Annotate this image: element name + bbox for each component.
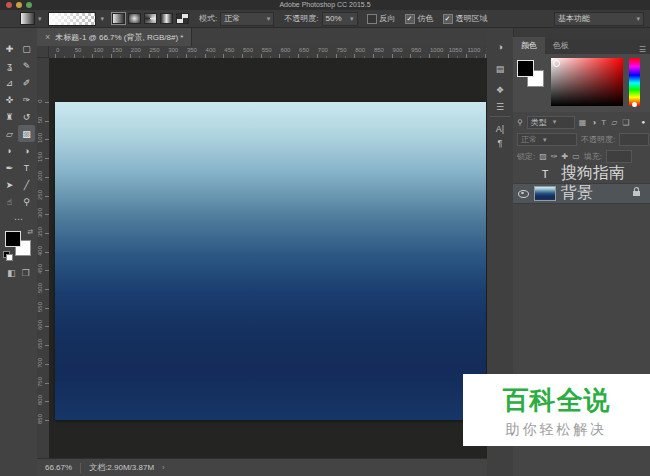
screen-mode-icon[interactable]: ❐	[22, 268, 30, 278]
gradient-tool[interactable]: ▨	[18, 125, 35, 142]
edit-toolbar-icon[interactable]: ⋯	[0, 214, 37, 224]
lock-artboard-icon[interactable]: ▭	[572, 152, 580, 161]
adjustments-icon[interactable]: ◑	[487, 42, 513, 52]
workspace-value: 基本功能	[558, 13, 590, 24]
pen-tool[interactable]: ✒	[1, 159, 18, 176]
layer-row[interactable]: 背景	[513, 184, 650, 204]
visibility-toggle[interactable]	[517, 168, 529, 180]
document-tab[interactable]: × 未标题-1 @ 66.7% (背景, RGB/8#) *	[37, 28, 192, 46]
ruler-label: 150	[37, 149, 43, 165]
ruler-label: 700	[318, 47, 328, 53]
canvas[interactable]	[55, 102, 486, 420]
reflected-gradient-button[interactable]	[160, 13, 173, 24]
color-panel-menu-icon[interactable]: ☰	[639, 45, 646, 54]
layer-row[interactable]: T搜狗指南	[513, 164, 650, 184]
layer-fill-field[interactable]	[606, 150, 632, 163]
eraser-tool[interactable]: ▱	[1, 125, 18, 142]
path-selection-tool[interactable]: ➤	[1, 176, 18, 193]
dither-checkbox-box[interactable]: ✓	[405, 14, 415, 24]
layer-thumbnail[interactable]	[534, 186, 556, 201]
layer-opacity-field[interactable]	[619, 133, 649, 146]
zoom-level-field[interactable]: 66.67%	[45, 463, 72, 472]
lock-icon	[633, 191, 640, 196]
angle-gradient-button[interactable]	[144, 13, 157, 24]
move-tool[interactable]: ✚	[1, 40, 18, 57]
filter-pixel-layers-icon[interactable]: ▦	[579, 118, 587, 127]
window-title: Adobe Photoshop CC 2015.5	[0, 1, 650, 8]
ruler-label: 950	[411, 47, 421, 53]
quick-selection-tool[interactable]: ✎	[18, 57, 35, 74]
brush-tool[interactable]: ✑	[18, 91, 35, 108]
libraries-icon[interactable]: ▤	[487, 64, 513, 74]
character-icon[interactable]: A|	[487, 124, 513, 134]
blur-tool[interactable]: ◗	[1, 142, 18, 159]
status-chevron-icon[interactable]: ›	[162, 463, 165, 472]
lock-transparent-pixels-icon[interactable]: ▨	[539, 152, 547, 161]
filter-kind-value: 类型	[531, 117, 547, 128]
visibility-toggle[interactable]	[517, 188, 529, 200]
info-icon[interactable]: ☰	[487, 102, 513, 112]
gradient-picker-chevron-icon[interactable]: ▾	[101, 15, 105, 23]
history-brush-tool[interactable]: ↺	[18, 108, 35, 125]
crop-tool[interactable]: ⊿	[1, 74, 18, 91]
reverse-checkbox-box[interactable]	[367, 14, 377, 24]
quick-mask-icon[interactable]: ◧	[7, 268, 16, 278]
swap-colors-icon[interactable]: ⇄	[27, 228, 33, 236]
transparency-checkbox-box[interactable]: ✓	[443, 14, 453, 24]
opacity-select[interactable]: 50% ▾	[322, 12, 358, 26]
zoom-tool[interactable]: ⚲	[18, 193, 35, 210]
layer-blend-mode-select[interactable]: 正常 ▾	[517, 133, 577, 146]
lock-position-icon[interactable]: ✚	[562, 152, 569, 161]
filter-adjustment-layers-icon[interactable]: ◑	[591, 118, 596, 127]
hand-tool[interactable]: ☝	[1, 193, 18, 210]
chevron-down-icon: ▾	[267, 15, 271, 23]
color-field[interactable]	[551, 58, 623, 106]
close-tab-icon[interactable]: ×	[45, 32, 50, 42]
rectangular-marquee-tool[interactable]: ▢	[18, 40, 35, 57]
eyedropper-tool[interactable]: ✐	[18, 74, 35, 91]
tool-preset-picker[interactable]: ▾	[20, 12, 42, 25]
filter-smart-objects-icon[interactable]: ❏	[622, 118, 629, 127]
ruler-label: 0	[37, 93, 43, 109]
reverse-checkbox[interactable]: 反向	[367, 13, 396, 24]
filter-type-layers-icon[interactable]: T	[601, 118, 606, 127]
layers-list: T搜狗指南背景	[513, 164, 650, 204]
lasso-tool[interactable]: ʓ	[1, 57, 18, 74]
clone-stamp-tool[interactable]: ♜	[1, 108, 18, 125]
tab-color[interactable]: 颜色	[513, 37, 545, 54]
photoshop-window: Adobe Photoshop CC 2015.5 ▾ ▾ 模式: 正常 ▾ 不…	[0, 0, 650, 476]
gradient-type-buttons	[112, 13, 189, 24]
styles-icon[interactable]: ❖	[487, 85, 513, 95]
ruler-label: 900	[393, 47, 403, 53]
filter-kind-select[interactable]: 类型 ▾	[527, 116, 575, 129]
tab-swatches[interactable]: 色板	[545, 37, 577, 54]
color-swatches: ⇄	[3, 228, 33, 260]
line-tool[interactable]: ╱	[18, 176, 35, 193]
default-colors-icon[interactable]	[3, 251, 11, 259]
blend-mode-select[interactable]: 正常 ▾	[220, 12, 274, 26]
type-tool[interactable]: T	[18, 159, 35, 176]
linear-gradient-button[interactable]	[112, 13, 125, 24]
ruler-label: 100	[93, 47, 103, 53]
paragraph-icon[interactable]: ¶	[487, 138, 513, 148]
ruler-label: 1000	[430, 47, 443, 53]
radial-gradient-button[interactable]	[128, 13, 141, 24]
diamond-gradient-button[interactable]	[176, 13, 189, 24]
filter-toggle-icon[interactable]: ●	[641, 119, 645, 125]
layer-opacity-label: 不透明度:	[581, 134, 615, 145]
color-field-marker[interactable]	[553, 60, 560, 67]
ruler-label: 800	[37, 392, 43, 408]
workspace-select[interactable]: 基本功能 ▾	[554, 12, 644, 26]
ruler-label: 850	[37, 411, 43, 427]
foreground-color-swatch[interactable]	[5, 231, 21, 247]
healing-brush-tool[interactable]: ✜	[1, 91, 18, 108]
transparency-checkbox[interactable]: ✓透明区域	[443, 13, 488, 24]
foreground-color-swatch[interactable]	[517, 60, 534, 77]
dodge-tool[interactable]: ◑	[18, 142, 35, 159]
lock-image-pixels-icon[interactable]: ✑	[551, 152, 558, 161]
dither-checkbox[interactable]: ✓仿色	[405, 13, 434, 24]
gradient-preview[interactable]	[48, 12, 96, 26]
filter-shape-layers-icon[interactable]: ▱	[611, 118, 617, 127]
hue-slider[interactable]	[629, 58, 640, 106]
hue-slider-marker[interactable]	[632, 102, 637, 107]
